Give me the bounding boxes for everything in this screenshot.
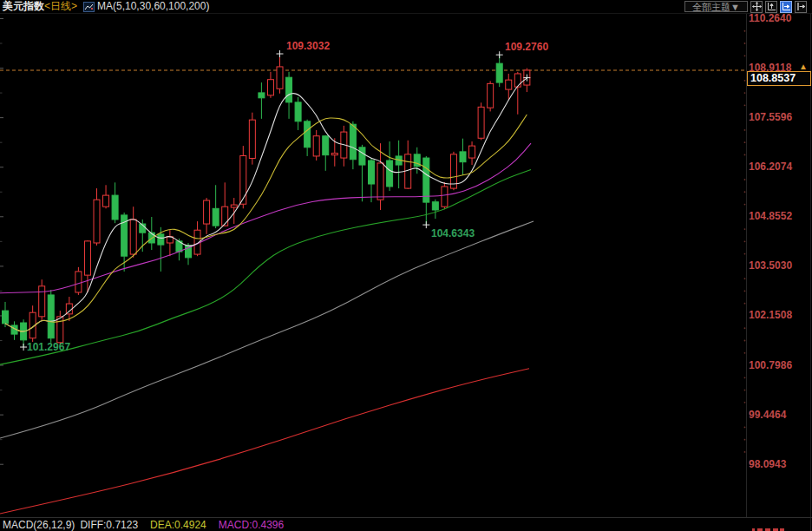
period-label[interactable]: <日线> <box>44 0 77 13</box>
ma30-value: MA30:106.8566 <box>375 0 449 13</box>
high-annotation: 109.3032 <box>286 40 330 52</box>
axis-label: 100.7986 <box>749 359 809 371</box>
price-up-arrow-icon: ▲ <box>799 62 808 71</box>
axis-label: 106.2074 <box>749 161 809 173</box>
chart-type-icon[interactable] <box>83 2 95 12</box>
ma60-value: MA60:106.1423 <box>457 0 531 13</box>
theme-dropdown[interactable]: 全部主题▼ <box>684 1 748 12</box>
ma5-value: MA5:108.6565 <box>216 0 284 13</box>
axis-label: 99.4464 <box>749 409 809 421</box>
ma-params-label: MA(5,10,30,60,100,200) <box>97 0 209 13</box>
chart-window: 美元指数 <日线> MA(5,10,30,60,100,200) MA5:108… <box>0 0 812 531</box>
axis-label: 107.5596 <box>749 111 809 123</box>
axis-label: 98.0943 <box>749 458 809 470</box>
candlestick-chart[interactable] <box>0 0 812 531</box>
macd-diff-value: DIFF:0.7123 <box>80 519 138 531</box>
axis-label: 103.5030 <box>749 259 809 272</box>
pan-icon[interactable] <box>750 1 763 13</box>
macd-dea-value: DEA:0.4924 <box>150 519 206 531</box>
axis-label: 110.2640 <box>749 12 809 24</box>
symbol-name: 美元指数 <box>3 0 44 13</box>
high-annotation: 109.2760 <box>505 41 548 53</box>
low-annotation: 104.6343 <box>431 227 475 239</box>
ma10-value: MA10:108.0983 <box>293 0 367 13</box>
ma100-value: MA100 <box>540 0 573 13</box>
current-price-box: 108.8537 <box>747 71 811 86</box>
shift-right-icon[interactable] <box>795 1 807 13</box>
macd-status-bar: MACD(26,12,9) DIFF:0.7123 DEA:0.4924 MAC… <box>0 518 812 531</box>
low-annotation: 101.2967 <box>27 341 70 353</box>
axis-label: 104.8552 <box>749 210 809 222</box>
axis-up-icon[interactable] <box>765 1 777 13</box>
toolbar: 美元指数 <日线> MA(5,10,30,60,100,200) MA5:108… <box>0 0 812 13</box>
axis-right-icon[interactable] <box>780 1 792 13</box>
axis-label: 102.1508 <box>749 309 809 321</box>
macd-macd-value: MACD:0.4396 <box>219 519 284 531</box>
macd-title: MACD(26,12,9) <box>3 519 75 531</box>
